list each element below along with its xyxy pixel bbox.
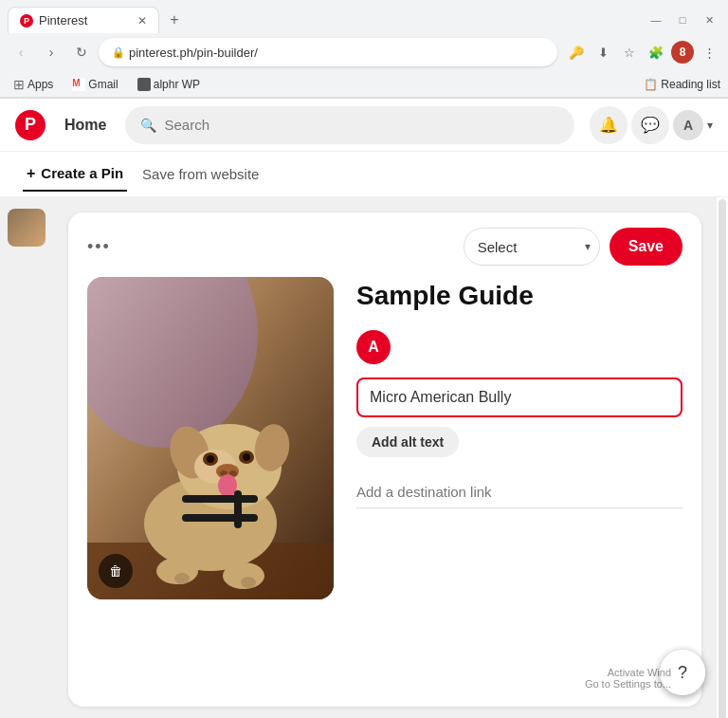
activate-windows-text: Activate Wind [585,667,671,678]
profile-icon[interactable]: 8 [671,41,694,64]
reading-list-label: Reading list [661,78,720,91]
lock-icon: 🔒 [112,46,125,59]
close-button[interactable]: ✕ [698,9,720,31]
alphr-label: alphr WP [154,78,200,91]
save-from-website-tab[interactable]: Save from website [131,158,270,190]
gmail-label: Gmail [88,78,118,91]
title-input-container [356,377,682,417]
notifications-button[interactable]: 🔔 [590,106,628,144]
pin-editor: ••• Select Sample Guide Travel Food ▾ Sa… [68,212,701,707]
extension-icon[interactable]: 🧩 [645,41,667,64]
apps-label: Apps [27,78,53,91]
pin-image-container: 🗑 [87,277,334,599]
go-settings-text: Go to Settings to... [585,678,671,690]
alphr-favicon [137,78,151,91]
menu-icon[interactable]: ⋮ [698,41,720,64]
back-button[interactable]: ‹ [8,39,34,65]
trash-icon: 🗑 [109,563,122,579]
address-text: pinterest.ph/pin-builder/ [129,46,258,60]
plus-icon: + [27,165,35,182]
refresh-button[interactable]: ↻ [68,39,95,65]
apps-bookmark[interactable]: ⊞ Apps [8,75,59,94]
apps-grid-icon: ⊞ [13,77,25,92]
details-section: Sample Guide A Add alt text [356,277,682,688]
title-bar: Pinterest ✕ + — □ ✕ [0,0,728,34]
image-section: 🗑 [87,277,334,688]
save-button[interactable]: Save [610,228,682,266]
gmail-bookmark[interactable]: M Gmail [66,76,123,93]
sidebar-pin [0,197,53,718]
activate-windows-overlay: Activate Wind Go to Settings to... [585,667,671,690]
new-tab-button[interactable]: + [163,9,186,31]
svg-rect-16 [182,495,258,503]
active-tab[interactable]: Pinterest ✕ [8,7,159,33]
delete-image-button[interactable]: 🗑 [99,554,133,588]
pin-editor-body: 🗑 Sample Guide A Add alt text [68,277,701,707]
gmail-favicon: M [72,78,85,91]
star-icon[interactable]: ☆ [618,41,641,64]
svg-point-22 [241,577,256,588]
pinterest-app: P Home 🔍 Search 🔔 💬 A ▾ + Create a Pin S… [0,99,728,718]
svg-point-14 [243,453,250,461]
pin-image [87,277,334,599]
header-icons: 🔔 💬 A ▾ [590,106,713,144]
home-link[interactable]: Home [53,109,118,141]
messages-button[interactable]: 💬 [631,106,669,144]
window-controls: — □ ✕ [645,9,720,31]
tab-bar: Pinterest ✕ + [8,7,186,33]
more-options-button[interactable]: ••• [87,237,111,257]
board-select[interactable]: Select Sample Guide Travel Food [464,228,600,266]
destination-section [356,476,682,508]
tab-title: Pinterest [39,13,87,28]
bookmarks-bar: ⊞ Apps M Gmail alphr WP 📋 Reading list [0,72,728,98]
create-pin-nav: + Create a Pin Save from website [0,152,728,197]
reading-list-button[interactable]: 📋 Reading list [644,78,720,91]
search-icon: 🔍 [140,118,156,133]
browser-chrome: Pinterest ✕ + — □ ✕ ‹ › ↻ 🔒 pinterest.ph… [0,0,728,99]
pin-editor-header: ••• Select Sample Guide Travel Food ▾ Sa… [68,212,701,277]
board-select-wrapper: Select Sample Guide Travel Food ▾ [464,228,600,266]
guide-title: Sample Guide [356,281,682,311]
search-bar[interactable]: 🔍 Search [125,106,574,144]
maximize-button[interactable]: □ [671,9,694,31]
create-pin-tab[interactable]: + Create a Pin [23,157,127,192]
right-scrollbar[interactable] [719,199,726,718]
address-input[interactable]: 🔒 pinterest.ph/pin-builder/ [99,38,557,66]
pinterest-header: P Home 🔍 Search 🔔 💬 A ▾ [0,99,728,152]
sidebar-pin-thumbnail[interactable] [8,209,46,247]
create-pin-label: Create a Pin [41,165,123,181]
address-bar-row: ‹ › ↻ 🔒 pinterest.ph/pin-builder/ 🔑 ⬇ ☆ … [0,34,728,72]
minimize-button[interactable]: — [645,9,667,31]
tab-close-button[interactable]: ✕ [137,14,147,28]
pinterest-logo[interactable]: P [15,110,46,140]
tab-favicon [20,14,33,28]
main-content: ••• Select Sample Guide Travel Food ▾ Sa… [0,197,717,718]
svg-point-15 [218,474,237,497]
svg-rect-18 [234,490,242,528]
alphr-bookmark[interactable]: alphr WP [132,76,206,93]
main-wrapper: ••• Select Sample Guide Travel Food ▾ Sa… [0,197,728,718]
address-icons: 🔑 ⬇ ☆ 🧩 8 ⋮ [565,41,720,64]
user-avatar-small[interactable]: A [356,330,391,364]
account-chevron[interactable]: ▾ [707,119,713,132]
svg-point-13 [207,455,214,463]
reading-list-icon: 📋 [644,78,658,91]
user-avatar[interactable]: A [673,110,703,140]
add-alt-text-button[interactable]: Add alt text [356,427,459,457]
title-input[interactable] [370,389,669,406]
download-icon[interactable]: ⬇ [592,41,614,64]
forward-button[interactable]: › [38,39,64,65]
key-icon[interactable]: 🔑 [565,41,588,64]
search-placeholder: Search [164,117,209,133]
destination-input[interactable] [356,476,682,508]
svg-point-21 [174,573,190,584]
svg-rect-17 [182,514,258,522]
